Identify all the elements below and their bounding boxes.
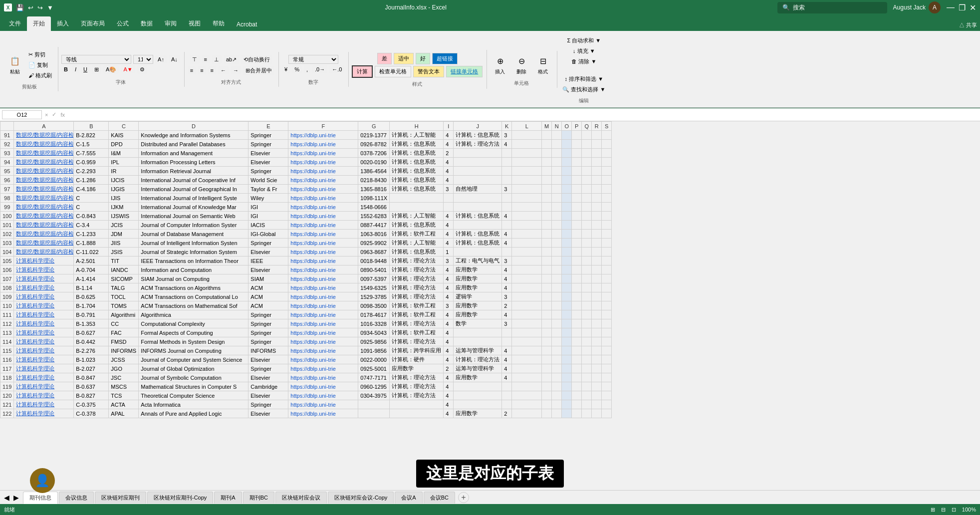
cell-h97[interactable]: 计算机：信息系统	[390, 185, 444, 194]
cell-c92[interactable]: DPD	[109, 140, 139, 149]
cell-l113[interactable]	[512, 328, 542, 337]
cell-c93[interactable]: I&M	[109, 149, 139, 158]
cell-s92[interactable]	[602, 140, 612, 149]
sheet-tab-会议信息[interactable]: 会议信息	[59, 492, 94, 504]
cell-r121[interactable]	[592, 400, 602, 409]
cell-s116[interactable]	[602, 355, 612, 364]
cell-h114[interactable]: 计算机：理论方法	[390, 337, 444, 346]
style-link[interactable]: 超链接	[432, 53, 458, 64]
cell-i116[interactable]: 4	[444, 355, 454, 364]
cell-j110[interactable]: 应用数学	[454, 301, 502, 310]
cell-r110[interactable]	[592, 301, 602, 310]
cell-b111[interactable]: B-0.791	[74, 310, 109, 319]
cell-e106[interactable]: Elsevier	[248, 265, 288, 274]
sheet-tab-会议BC[interactable]: 会议BC	[424, 492, 455, 504]
cell-c112[interactable]: CC	[109, 319, 139, 328]
cell-b99[interactable]: C	[74, 203, 109, 212]
cell-e121[interactable]: Springer	[248, 400, 288, 409]
cell-n95[interactable]	[552, 167, 562, 176]
cell-c105[interactable]: TIT	[109, 257, 139, 265]
cell-o98[interactable]	[562, 194, 572, 203]
cell-i121[interactable]: 4	[444, 400, 454, 409]
cell-i110[interactable]: 3	[444, 301, 454, 310]
align-right-btn[interactable]: ≡	[208, 66, 216, 74]
tab-insert[interactable]: 插入	[51, 16, 75, 31]
cell-o100[interactable]	[562, 212, 572, 221]
cell-k93[interactable]	[502, 149, 512, 158]
col-header-m[interactable]: M	[542, 122, 552, 131]
cell-a108[interactable]: 计算机科学理论	[14, 283, 74, 292]
cell-g95[interactable]: 1386-4564	[358, 167, 390, 176]
cell-m121[interactable]	[542, 400, 552, 409]
col-header-g[interactable]: G	[358, 122, 390, 131]
cut-btn[interactable]: ✂ 剪切	[26, 50, 54, 59]
cell-p95[interactable]	[572, 167, 582, 176]
cell-j100[interactable]: 计算机：信息系统	[454, 212, 502, 221]
cell-s119[interactable]	[602, 382, 612, 391]
cell-a119[interactable]: 计算机科学理论	[14, 382, 74, 391]
cell-e108[interactable]: ACM	[248, 283, 288, 292]
cell-k94[interactable]	[502, 158, 512, 167]
cell-f107[interactable]: https://dblp.uni-trie	[288, 274, 358, 283]
cell-o105[interactable]	[562, 257, 572, 265]
cell-f98[interactable]: https://dblp.uni-trie	[288, 194, 358, 203]
cell-f116[interactable]: https://dblp.uni-trie	[288, 355, 358, 364]
cell-p121[interactable]	[572, 400, 582, 409]
cell-c107[interactable]: SICOMP	[109, 274, 139, 283]
cell-c121[interactable]: ACTA	[109, 400, 139, 409]
cell-o119[interactable]	[562, 382, 572, 391]
cell-e98[interactable]: Wiley	[248, 194, 288, 203]
cell-o111[interactable]	[562, 310, 572, 319]
cell-r101[interactable]	[592, 221, 602, 230]
cell-r102[interactable]	[592, 230, 602, 239]
cell-b105[interactable]: A-2.501	[74, 257, 109, 265]
cell-f119[interactable]: https://dblp.uni-trie	[288, 382, 358, 391]
cell-n119[interactable]	[552, 382, 562, 391]
cell-j107[interactable]: 应用数学	[454, 274, 502, 283]
fill-color-btn[interactable]: A🎨	[103, 65, 119, 74]
cell-f122[interactable]: https://dblp.uni-trie	[288, 409, 358, 418]
cell-o113[interactable]	[562, 328, 572, 337]
cell-b122[interactable]: C-0.378	[74, 409, 109, 418]
cell-r115[interactable]	[592, 346, 602, 355]
cell-a105[interactable]: 计算机科学理论	[14, 257, 74, 265]
cell-d94[interactable]: Information Processing Letters	[139, 158, 248, 167]
col-header-o[interactable]: O	[562, 122, 572, 131]
cell-i105[interactable]: 3	[444, 257, 454, 265]
cell-l119[interactable]	[512, 382, 542, 391]
cell-k102[interactable]: 4	[502, 230, 512, 239]
cell-r98[interactable]	[592, 194, 602, 203]
cell-q100[interactable]	[582, 212, 592, 221]
cell-p96[interactable]	[572, 176, 582, 185]
cell-o95[interactable]	[562, 167, 572, 176]
cell-b109[interactable]: B-0.625	[74, 292, 109, 301]
cell-r93[interactable]	[592, 149, 602, 158]
cell-k95[interactable]	[502, 167, 512, 176]
cell-o120[interactable]	[562, 391, 572, 400]
cell-c103[interactable]: JIIS	[109, 239, 139, 248]
cell-j118[interactable]: 应用数学	[454, 373, 502, 382]
cell-q93[interactable]	[582, 149, 592, 158]
cell-d97[interactable]: International Journal of Geographical In	[139, 185, 248, 194]
cell-p113[interactable]	[572, 328, 582, 337]
cell-c109[interactable]: TOCL	[109, 292, 139, 301]
cell-d110[interactable]: ACM Transactions on Mathematical Sof	[139, 301, 248, 310]
cell-g105[interactable]: 0018-9448	[358, 257, 390, 265]
cell-h111[interactable]: 计算机：软件工程	[390, 310, 444, 319]
align-middle-btn[interactable]: ≡	[202, 55, 210, 63]
cell-q112[interactable]	[582, 319, 592, 328]
col-header-c[interactable]: C	[109, 122, 139, 131]
cell-a110[interactable]: 计算机科学理论	[14, 301, 74, 310]
cell-g103[interactable]: 0925-9902	[358, 239, 390, 248]
col-header-p[interactable]: P	[572, 122, 582, 131]
cell-a103[interactable]: 数据挖/数据挖掘/内容检索	[14, 239, 74, 248]
cell-q92[interactable]	[582, 140, 592, 149]
cell-n109[interactable]	[552, 292, 562, 301]
cell-h102[interactable]: 计算机：软件工程	[390, 230, 444, 239]
cell-h99[interactable]	[390, 203, 444, 212]
cell-s105[interactable]	[602, 257, 612, 265]
wrap-text-btn[interactable]: ⟲自动换行	[241, 55, 272, 64]
cell-d96[interactable]: International Journal of Cooperative Inf	[139, 176, 248, 185]
cell-s98[interactable]	[602, 194, 612, 203]
cell-g110[interactable]: 0098-3500	[358, 301, 390, 310]
